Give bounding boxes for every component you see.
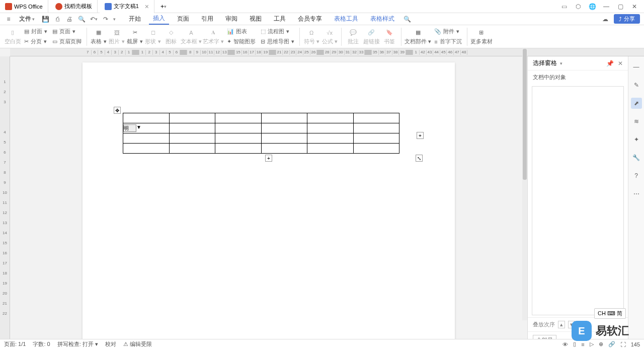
- flowchart-button[interactable]: ⬚ 流程图 ▾: [259, 27, 296, 37]
- print-icon[interactable]: 🖨: [65, 15, 74, 24]
- tab-start[interactable]: 开始: [125, 14, 145, 24]
- icon-button[interactable]: ◇图标: [163, 26, 180, 48]
- word-count[interactable]: 字数: 0: [33, 340, 50, 348]
- redo-icon[interactable]: ↷: [101, 15, 110, 24]
- wordart-button[interactable]: 𝐀艺术字 ▾: [203, 26, 224, 48]
- undo-icon[interactable]: ↶ ▾: [89, 15, 98, 24]
- pagebreak-button[interactable]: ✂ 分页 ▾: [22, 37, 49, 47]
- close-window-button[interactable]: ✕: [629, 1, 640, 12]
- pin-icon[interactable]: 📌: [606, 60, 614, 67]
- panel-body: [532, 86, 624, 315]
- docparts-button[interactable]: ▦文档部件 ▾: [405, 26, 431, 48]
- word-table[interactable]: ▼: [123, 113, 399, 154]
- ruler-vertical[interactable]: 12345678910111213141516171819202122: [0, 56, 10, 348]
- pagelayout-icon[interactable]: ▯: [573, 341, 576, 347]
- formula-button[interactable]: √x公式 ▾: [321, 26, 338, 48]
- close-tab-icon[interactable]: ×: [145, 3, 149, 11]
- textbox-icon: A: [187, 28, 196, 37]
- blankpage-button[interactable]: ▯空白页: [4, 26, 21, 48]
- spellcheck-status[interactable]: 拼写检查: 打开 ▾: [57, 340, 98, 348]
- ruler-horizontal[interactable]: 7654321123456891011121315161718192122232…: [10, 48, 644, 56]
- docer-logo-icon: [55, 3, 62, 10]
- tab-table-tools[interactable]: 表格工具: [330, 14, 362, 24]
- cloud-icon[interactable]: ☁: [601, 15, 610, 24]
- attachment-button[interactable]: 📎 附件 ▾: [432, 27, 463, 37]
- smartart-button[interactable]: ✦ 智能图形: [225, 37, 258, 47]
- mindmap-button[interactable]: ⊟ 思维导图 ▾: [259, 37, 296, 47]
- textbox-button[interactable]: A文本框 ▾: [181, 26, 202, 48]
- link-status-icon[interactable]: 🔗: [608, 341, 615, 347]
- fit-icon[interactable]: ⛶: [620, 341, 626, 347]
- save-icon[interactable]: 💾: [41, 15, 50, 24]
- footerheader-button[interactable]: ▭ 页眉页脚: [50, 37, 84, 47]
- tab-page[interactable]: 页面: [173, 14, 193, 24]
- template-tab[interactable]: 找稻壳模板: [50, 0, 98, 13]
- tab-member[interactable]: 会员专享: [294, 14, 326, 24]
- cell-dropdown-icon[interactable]: ▼: [136, 124, 141, 130]
- tab-tools[interactable]: 工具: [270, 14, 290, 24]
- tab-insert[interactable]: 插入: [149, 13, 169, 25]
- file-menu[interactable]: 文件 ▾: [16, 14, 38, 24]
- cover-button[interactable]: ▤ 封面 ▾: [22, 27, 49, 37]
- web-icon[interactable]: ⊕: [599, 341, 603, 347]
- globe-icon[interactable]: 🌐: [587, 1, 598, 12]
- more-strip-icon[interactable]: ⋯: [631, 188, 642, 199]
- app-tab[interactable]: WPS Office: [0, 0, 48, 13]
- symbol-icon: Ω: [307, 28, 316, 37]
- cell-input[interactable]: [123, 124, 136, 132]
- export-icon[interactable]: ⎙: [53, 15, 62, 24]
- maximize-button[interactable]: ▢: [615, 1, 626, 12]
- picture-button[interactable]: 🖼图片 ▾: [108, 26, 125, 48]
- bookmark-button[interactable]: 🔖书签: [381, 26, 398, 48]
- collapse-icon[interactable]: —: [631, 61, 642, 73]
- preview-icon[interactable]: 🔍: [77, 15, 86, 24]
- shapes-button[interactable]: ◻形状 ▾: [144, 26, 162, 48]
- symbol-button[interactable]: Ω符号 ▾: [303, 26, 320, 48]
- document-tab[interactable]: 文字文稿1 ×: [100, 0, 154, 13]
- close-panel-icon[interactable]: ✕: [618, 60, 623, 67]
- table-add-row-handle[interactable]: +: [265, 155, 272, 162]
- note-button[interactable]: 💬批注: [345, 26, 362, 48]
- move-up-icon[interactable]: ▴: [558, 321, 565, 328]
- table-add-column-handle[interactable]: +: [417, 132, 424, 139]
- help-icon[interactable]: ?: [631, 170, 642, 181]
- tab-table-style[interactable]: 表格样式: [366, 14, 398, 24]
- menu-icon[interactable]: ≡: [4, 15, 13, 24]
- cube-icon[interactable]: ⬡: [573, 1, 584, 12]
- hyperlink-button[interactable]: 🔗超链接: [363, 26, 380, 48]
- track-status[interactable]: ⚠ 编辑受限: [123, 340, 152, 348]
- outline-icon[interactable]: ≡: [581, 341, 584, 347]
- more-button[interactable]: ⊞更多素材: [470, 26, 493, 48]
- page-indicator[interactable]: 页面: 1/1: [4, 340, 26, 348]
- read-icon[interactable]: ▷: [590, 341, 594, 347]
- share-button[interactable]: ⤴ 分享: [614, 14, 640, 24]
- tab-view[interactable]: 视图: [246, 14, 266, 24]
- effects-icon[interactable]: ✦: [631, 134, 642, 145]
- tab-review[interactable]: 审阅: [221, 14, 242, 24]
- tab-reference[interactable]: 引用: [197, 14, 217, 24]
- app-name: WPS Office: [14, 4, 43, 10]
- zoom-value[interactable]: 145: [631, 341, 640, 347]
- page-btn[interactable]: ▤ 页面 ▾: [50, 27, 84, 37]
- layers-icon[interactable]: ≋: [631, 116, 642, 127]
- proofread-status[interactable]: 校对: [105, 340, 116, 348]
- scrollbar-vertical[interactable]: [522, 48, 527, 320]
- ime-indicator[interactable]: CH ⌨ 简: [594, 308, 626, 319]
- table-button[interactable]: ▦表格 ▾: [90, 26, 107, 48]
- search-icon[interactable]: 🔍: [403, 15, 412, 24]
- table-resize-handle[interactable]: ⤡: [416, 155, 423, 162]
- table-move-handle[interactable]: ✥: [114, 107, 121, 114]
- pen-icon[interactable]: ✎: [631, 80, 642, 91]
- select-icon[interactable]: ⬈: [631, 98, 642, 109]
- document-area[interactable]: ✥ ▼ + + ⤡: [10, 56, 527, 348]
- screenshot-button[interactable]: ✂截屏 ▾: [126, 26, 143, 48]
- qat-more-icon[interactable]: ▾: [113, 17, 116, 22]
- chart-button[interactable]: 📊 图表: [225, 27, 258, 37]
- widgets-icon[interactable]: ▭: [558, 1, 570, 12]
- minimize-button[interactable]: —: [601, 1, 612, 12]
- wrench-icon[interactable]: 🔧: [631, 152, 642, 163]
- eye-icon[interactable]: 👁: [562, 341, 568, 347]
- menubar: ≡ 文件 ▾ 💾 ⎙ 🖨 🔍 ↶ ▾ ↷ ▾ 开始 插入 页面 引用 审阅 视图…: [0, 13, 644, 25]
- new-tab-button[interactable]: + ▾: [156, 3, 171, 10]
- firstindent-button[interactable]: ≡ 首字下沉: [432, 37, 463, 47]
